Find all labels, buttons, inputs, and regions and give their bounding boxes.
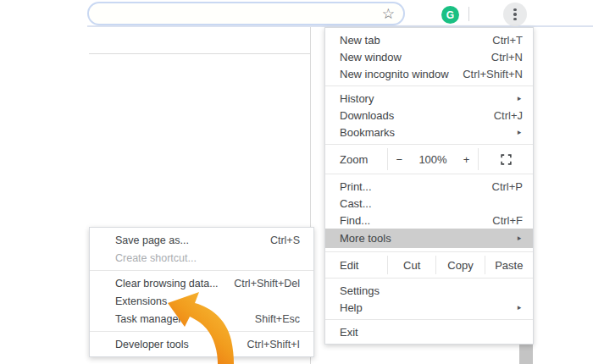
menu-item-new-window[interactable]: New window Ctrl+N (325, 48, 533, 65)
menu-item-label: New incognito window (340, 68, 463, 80)
menu-item-label: More tools (340, 232, 509, 245)
menu-item-label: Help (340, 301, 509, 314)
menu-item-label: Find... (340, 214, 492, 227)
menu-item-label: Settings (340, 284, 523, 297)
zoom-level-value: 100% (418, 153, 446, 166)
menu-item-shortcut: Ctrl+Shift+N (463, 68, 523, 80)
menu-separator (325, 144, 533, 145)
menu-item-label: Save page as... (115, 234, 270, 246)
menu-separator (325, 85, 533, 86)
grammarly-extension-icon[interactable]: G (441, 6, 459, 24)
menu-item-label: New tab (340, 34, 492, 47)
zoom-out-button[interactable]: − (396, 153, 403, 166)
scrollbar-thumb[interactable] (519, 343, 533, 364)
annotation-arrow-icon (157, 286, 254, 364)
menu-item-label: Downloads (340, 109, 494, 122)
copy-button[interactable]: Copy (435, 256, 484, 274)
zoom-in-button[interactable]: + (463, 153, 470, 166)
browser-menu-button[interactable] (503, 3, 527, 26)
menu-item-exit[interactable]: Exit (325, 323, 533, 340)
paste-button[interactable]: Paste (485, 256, 533, 274)
submenu-item-save-page-as[interactable]: Save page as... Ctrl+S (90, 231, 313, 249)
chevron-right-icon: ► (516, 234, 522, 242)
chevron-right-icon: ► (516, 95, 522, 102)
menu-item-help[interactable]: Help ► (325, 299, 533, 316)
menu-item-label: History (340, 92, 509, 105)
menu-dot-icon (513, 18, 517, 21)
fullscreen-icon (501, 154, 512, 165)
menu-separator (325, 251, 533, 252)
zoom-label: Zoom (325, 148, 387, 170)
menu-item-label: Exit (340, 326, 523, 339)
menu-item-more-tools[interactable]: More tools ► (325, 229, 533, 248)
submenu-item-create-shortcut: Create shortcut... (90, 249, 313, 267)
menu-item-cast[interactable]: Cast... (325, 195, 533, 212)
menu-item-shortcut: Ctrl+N (491, 51, 523, 63)
zoom-controls: − 100% + (387, 148, 479, 170)
toolbar-separator (468, 7, 469, 21)
chevron-right-icon: ► (516, 304, 522, 312)
menu-zoom-row: Zoom − 100% + (325, 148, 533, 170)
menu-edit-row: Edit Cut Copy Paste (325, 256, 533, 274)
browser-menu: New tab Ctrl+T New window Ctrl+N New inc… (324, 27, 534, 345)
menu-item-shortcut: Ctrl+F (492, 214, 523, 227)
menu-item-shortcut: Shift+Esc (255, 313, 300, 325)
menu-item-print[interactable]: Print... Ctrl+P (325, 178, 533, 195)
cut-button[interactable]: Cut (387, 256, 435, 274)
menu-item-shortcut: Ctrl+T (492, 34, 523, 47)
fullscreen-button[interactable] (479, 148, 533, 170)
menu-item-label: Create shortcut... (115, 252, 300, 264)
menu-item-label: Bookmarks (340, 126, 509, 139)
menu-item-shortcut: Ctrl+Shift+I (247, 339, 300, 350)
menu-separator (90, 270, 313, 271)
menu-item-label: Print... (340, 180, 492, 193)
menu-item-new-tab[interactable]: New tab Ctrl+T (325, 31, 533, 48)
bookmark-star-icon[interactable]: ☆ (382, 5, 395, 23)
menu-dot-icon (513, 8, 517, 12)
menu-separator (325, 278, 533, 279)
address-bar[interactable]: ☆ (87, 2, 405, 25)
menu-item-shortcut: Ctrl+S (270, 234, 300, 246)
menu-dot-icon (513, 13, 517, 16)
menu-separator (325, 174, 533, 174)
menu-item-shortcut: Ctrl+J (494, 109, 523, 122)
menu-separator (325, 319, 533, 320)
menu-item-settings[interactable]: Settings (325, 282, 533, 299)
menu-item-label: Cast... (340, 197, 523, 210)
menu-item-shortcut: Ctrl+P (492, 180, 523, 193)
menu-item-new-incognito-window[interactable]: New incognito window Ctrl+Shift+N (325, 65, 533, 82)
edit-label: Edit (325, 256, 387, 274)
menu-item-find[interactable]: Find... Ctrl+F (325, 212, 533, 229)
menu-item-downloads[interactable]: Downloads Ctrl+J (325, 107, 533, 124)
menu-item-history[interactable]: History ► (325, 90, 533, 107)
menu-item-bookmarks[interactable]: Bookmarks ► (325, 124, 533, 141)
page-frame-border (89, 53, 310, 54)
menu-item-label: New window (340, 51, 491, 63)
chevron-right-icon: ► (516, 129, 522, 136)
